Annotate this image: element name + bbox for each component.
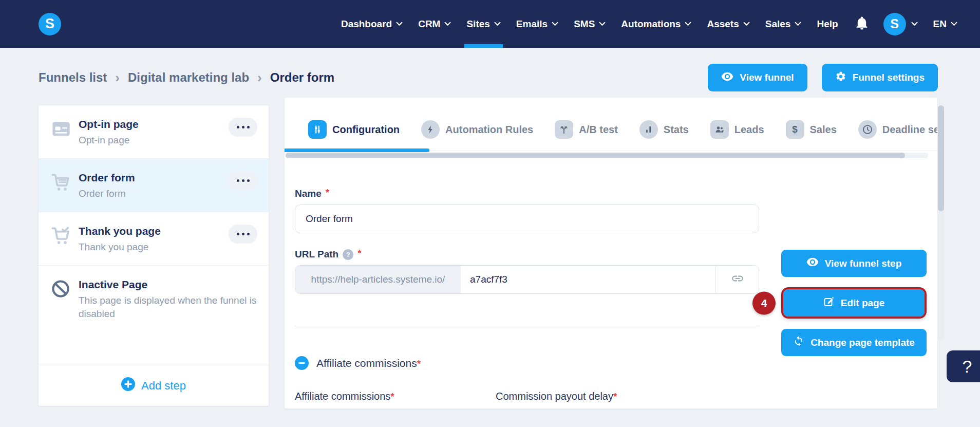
panel-vertical-scrollbar[interactable] — [938, 105, 944, 341]
view-funnel-button[interactable]: View funnel — [708, 64, 807, 91]
tab-leads[interactable]: Leads — [710, 120, 764, 139]
eye-icon — [721, 72, 733, 84]
breadcrumb-funnels-list[interactable]: Funnels list — [39, 70, 107, 85]
step-item-inactive-page[interactable]: Inactive Page This page is displayed whe… — [39, 266, 269, 332]
nav-item-help[interactable]: Help — [817, 0, 838, 48]
language-selector[interactable]: EN — [933, 0, 957, 48]
copy-link-button[interactable] — [715, 266, 759, 293]
toolbar-actions: View funnel Funnel settings — [708, 64, 938, 91]
minus-icon — [298, 362, 305, 364]
nav-item-emails[interactable]: Emails — [516, 0, 558, 48]
button-label: Edit page — [841, 298, 885, 309]
nav-item-sites[interactable]: Sites — [466, 0, 500, 48]
collapse-section-button[interactable] — [295, 356, 309, 370]
chevron-down-icon — [396, 22, 403, 26]
step-options-menu-button[interactable] — [229, 171, 257, 190]
tab-label: Automation Rules — [445, 124, 533, 136]
tab-deadline-settings[interactable]: Deadline sett — [858, 120, 937, 139]
required-marker: * — [326, 187, 329, 198]
tab-sales[interactable]: $ Sales — [786, 120, 837, 139]
button-label: Change page template — [811, 337, 915, 348]
tab-label: Sales — [810, 124, 837, 136]
dots-menu-icon — [247, 233, 250, 235]
step-item-thank-you-page[interactable]: Thank you page Thank you page — [39, 212, 269, 266]
nav-item-sms[interactable]: SMS — [574, 0, 606, 48]
nav-item-dashboard[interactable]: Dashboard — [341, 0, 403, 48]
funnel-step-settings-page: S Dashboard CRM Sites Emails SMS — [0, 0, 980, 427]
split-icon — [555, 120, 573, 139]
chevron-down-icon — [599, 22, 606, 26]
step-title: Order form — [79, 171, 224, 184]
dots-menu-icon — [242, 233, 244, 235]
bar-chart-icon — [639, 120, 658, 139]
name-input[interactable] — [295, 205, 759, 233]
url-path-input[interactable] — [461, 266, 715, 293]
active-nav-underline — [464, 44, 502, 48]
url-path-input-group: https://help-articles.systeme.io/ — [295, 265, 759, 294]
language-label: EN — [933, 18, 947, 30]
step-item-order-form[interactable]: Order form Order form — [39, 159, 269, 212]
nav-item-crm[interactable]: CRM — [418, 0, 451, 48]
chevron-down-icon — [444, 22, 451, 26]
funnel-settings-button[interactable]: Funnel settings — [822, 64, 938, 91]
step-tabs: Configuration Automation Rules A/B test … — [285, 98, 937, 151]
change-page-template-button[interactable]: Change page template — [781, 329, 927, 356]
affiliate-fields-row: Affiliate commissions* Commission payout… — [295, 391, 937, 402]
tabs-horizontal-scrollbar[interactable] — [286, 153, 928, 158]
clock-icon — [858, 120, 877, 139]
nav-label: Help — [817, 18, 838, 30]
nav-item-sales[interactable]: Sales — [765, 0, 802, 48]
step-subtitle: Thank you page — [79, 240, 224, 254]
bell-icon — [856, 16, 868, 32]
affiliate-section-title: Affiliate commissions* — [316, 357, 421, 369]
button-label: View funnel — [740, 72, 794, 83]
tab-configuration[interactable]: Configuration — [308, 120, 400, 139]
sidebar-footer: Add step — [39, 365, 269, 406]
scrollbar-thumb[interactable] — [286, 153, 905, 158]
nav-item-automations[interactable]: Automations — [621, 0, 691, 48]
step-options-menu-button[interactable] — [229, 225, 257, 244]
nav-item-assets[interactable]: Assets — [707, 0, 749, 48]
label-text: URL Path — [295, 249, 338, 260]
cart-icon — [51, 171, 71, 200]
users-icon — [710, 120, 729, 139]
edit-page-button[interactable]: Edit page — [783, 289, 925, 317]
step-action-buttons: View funnel step 4 Edit page Change page… — [781, 250, 927, 356]
add-step-button[interactable]: Add step — [121, 377, 186, 394]
chevron-down-icon — [911, 22, 918, 26]
button-label: View funnel step — [825, 258, 902, 269]
gear-icon — [835, 71, 846, 85]
step-item-optin-page[interactable]: Opt-in page Opt-in page — [39, 105, 269, 159]
step-subtitle: Order form — [79, 187, 224, 200]
affiliate-commissions-label: Affiliate commissions* — [295, 391, 496, 402]
dollar-glyph: $ — [792, 124, 798, 135]
dollar-icon: $ — [786, 120, 804, 139]
nav-label: Emails — [516, 18, 548, 30]
user-menu[interactable]: S — [883, 0, 918, 48]
nav-label: Automations — [621, 18, 681, 30]
step-text: Order form Order form — [79, 171, 224, 200]
eye-icon — [806, 257, 819, 269]
step-options-menu-button[interactable] — [229, 118, 257, 137]
help-tooltip-icon[interactable]: ? — [343, 249, 353, 260]
user-avatar: S — [883, 13, 906, 35]
breadcrumb-funnel-name[interactable]: Digital marketing lab — [128, 70, 249, 85]
page-toolbar: Funnels list › Digital marketing lab › O… — [39, 64, 938, 91]
step-text: Opt-in page Opt-in page — [79, 118, 224, 147]
tab-label: Deadline sett — [882, 124, 937, 136]
view-funnel-step-button[interactable]: View funnel step — [781, 250, 927, 277]
dots-menu-icon — [247, 126, 250, 128]
tab-stats[interactable]: Stats — [639, 120, 689, 139]
name-field-label: Name* — [295, 188, 937, 199]
optin-page-icon — [51, 118, 71, 147]
sliders-icon — [308, 120, 327, 139]
systeme-logo[interactable]: S — [39, 13, 61, 35]
notifications-bell-button[interactable] — [856, 0, 868, 48]
tab-ab-test[interactable]: A/B test — [555, 120, 618, 139]
breadcrumb-separator: › — [115, 71, 120, 84]
tab-automation-rules[interactable]: Automation Rules — [421, 120, 533, 139]
tab-label: Leads — [734, 124, 764, 136]
dots-menu-icon — [242, 179, 244, 182]
scrollbar-thumb[interactable] — [938, 105, 944, 211]
help-fab-button[interactable]: ? — [947, 350, 980, 382]
